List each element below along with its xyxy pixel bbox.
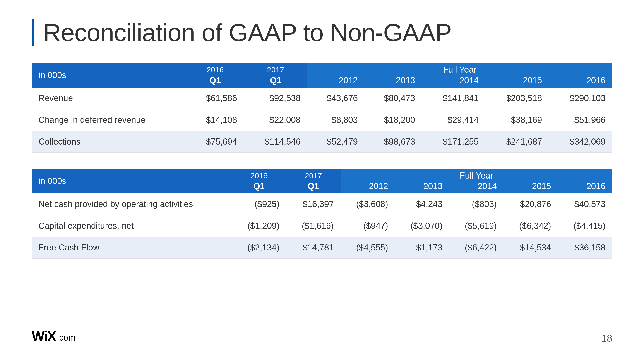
- table1-row2-cell7: $342,069: [549, 131, 612, 153]
- table1-row1-cell2: $22,008: [244, 109, 307, 131]
- table2-row1-cell1: ($1,209): [232, 215, 286, 237]
- table2-row1-cell4: ($3,070): [395, 215, 449, 237]
- table2-q1-1: Q1: [232, 181, 286, 193]
- table2-row0-cell5: ($803): [449, 193, 504, 215]
- table1-row0-cell2: $92,538: [244, 87, 307, 109]
- table2-year-2016: 2016: [558, 181, 612, 193]
- table1-row0-cell5: $141,841: [422, 87, 485, 109]
- logo: WiX .com: [32, 328, 76, 344]
- table1-year-2016: 2016: [549, 75, 612, 87]
- table1-row0-cell4: $80,473: [364, 87, 422, 109]
- table2-row0-cell4: $4,243: [395, 193, 449, 215]
- table2-header-label: in 000s: [32, 169, 232, 193]
- title-bar: [32, 19, 34, 46]
- table2-row2-cell2: $14,781: [286, 237, 340, 259]
- table2-year-2012: 2012: [340, 181, 395, 193]
- page-title: Reconciliation of GAAP to Non-GAAP: [43, 18, 452, 47]
- table1-year-2014: 2014: [422, 75, 485, 87]
- table1-row2-cell3: $52,479: [307, 131, 364, 153]
- table1-2016q1-top: 2016: [186, 63, 244, 75]
- table2-year-2013: 2013: [395, 181, 449, 193]
- table2-row1-cell6: ($6,342): [504, 215, 558, 237]
- table2-row2-cell6: $14,534: [504, 237, 558, 259]
- table2-row0-cell6: $20,876: [504, 193, 558, 215]
- table2-year-2014: 2014: [449, 181, 504, 193]
- table1-q1-1: Q1: [186, 75, 244, 87]
- table2-row0-cell3: ($3,608): [340, 193, 395, 215]
- table2-2016q1-top: 2016: [232, 169, 286, 181]
- table1: in 000s 2016 2017 Full Year Q1 Q1 2012 2…: [32, 63, 612, 153]
- table2-row1-cell5: ($5,619): [449, 215, 504, 237]
- title-section: Reconciliation of GAAP to Non-GAAP: [32, 18, 612, 47]
- table2-row2-cell5: ($6,422): [449, 237, 504, 259]
- table1-row0-cell7: $290,103: [549, 87, 612, 109]
- table1-row1-cell3: $8,803: [307, 109, 364, 131]
- table2-row2-cell4: $1,173: [395, 237, 449, 259]
- table2-year-2015: 2015: [504, 181, 558, 193]
- table1-row2-cell4: $98,673: [364, 131, 422, 153]
- logo-com: .com: [57, 333, 76, 343]
- table1-row1-cell5: $29,414: [422, 109, 485, 131]
- table1-row: Revenue$61,586$92,538$43,676$80,473$141,…: [32, 87, 612, 109]
- table1-row0-cell0: Revenue: [32, 87, 186, 109]
- table1-row: Change in deferred revenue$14,108$22,008…: [32, 109, 612, 131]
- table2-row0-cell0: Net cash provided by operating activitie…: [32, 193, 232, 215]
- table1-header-label: in 000s: [32, 63, 186, 87]
- table2-row2-cell1: ($2,134): [232, 237, 286, 259]
- table2-row0-cell2: $16,397: [286, 193, 340, 215]
- tables-container: in 000s 2016 2017 Full Year Q1 Q1 2012 2…: [32, 63, 612, 259]
- table2-row1-cell2: ($1,616): [286, 215, 340, 237]
- table2-row1-cell3: ($947): [340, 215, 395, 237]
- table1-row1-cell0: Change in deferred revenue: [32, 109, 186, 131]
- logo-wix: WiX: [32, 328, 56, 344]
- table1-year-2015: 2015: [486, 75, 549, 87]
- table2-row: Capital expenditures, net($1,209)($1,616…: [32, 215, 612, 237]
- table1-row2-cell1: $75,694: [186, 131, 244, 153]
- table2-row0-cell7: $40,573: [558, 193, 612, 215]
- table2-row1-cell0: Capital expenditures, net: [32, 215, 232, 237]
- table1-row0-cell1: $61,586: [186, 87, 244, 109]
- table2-fullyear-header: Full Year: [340, 169, 612, 181]
- table1-row1-cell7: $51,966: [549, 109, 612, 131]
- table2: in 000s 2016 2017 Full Year Q1 Q1 2012 2…: [32, 169, 612, 259]
- table1-row2-cell5: $171,255: [422, 131, 485, 153]
- table1-row: Collections$75,694$114,546$52,479$98,673…: [32, 131, 612, 153]
- table2-q1-2: Q1: [286, 181, 340, 193]
- table1-row1-cell6: $38,169: [486, 109, 549, 131]
- page: Reconciliation of GAAP to Non-GAAP in 00…: [0, 0, 644, 362]
- table2-2017q1-top: 2017: [286, 169, 340, 181]
- table1-row2-cell0: Collections: [32, 131, 186, 153]
- table1-q1-2: Q1: [244, 75, 307, 87]
- table1-row1-cell4: $18,200: [364, 109, 422, 131]
- table1-year-2013: 2013: [364, 75, 422, 87]
- table2-row: Net cash provided by operating activitie…: [32, 193, 612, 215]
- table1-row0-cell6: $203,518: [486, 87, 549, 109]
- table2-row1-cell7: ($4,415): [558, 215, 612, 237]
- table1-row1-cell1: $14,108: [186, 109, 244, 131]
- table2-row2-cell3: ($4,555): [340, 237, 395, 259]
- table2-row2-cell7: $36,158: [558, 237, 612, 259]
- table1-2017q1-top: 2017: [244, 63, 307, 75]
- table2-row0-cell1: ($925): [232, 193, 286, 215]
- page-number: 18: [601, 333, 612, 344]
- table2-row: Free Cash Flow($2,134)$14,781($4,555)$1,…: [32, 237, 612, 259]
- table2-row2-cell0: Free Cash Flow: [32, 237, 232, 259]
- table1-fullyear-header: Full Year: [307, 63, 612, 75]
- table1-year-2012: 2012: [307, 75, 364, 87]
- table1-row0-cell3: $43,676: [307, 87, 364, 109]
- table1-row2-cell2: $114,546: [244, 131, 307, 153]
- table1-row2-cell6: $241,687: [486, 131, 549, 153]
